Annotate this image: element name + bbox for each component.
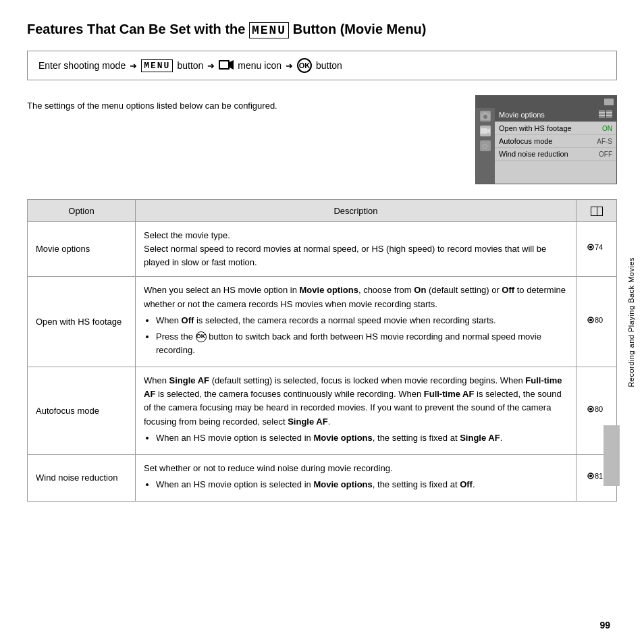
camera-menu-item-3: Wind noise reduction OFF <box>495 148 616 161</box>
breadcrumb-movie-icon <box>219 59 234 73</box>
breadcrumb-text1: Enter shooting mode <box>38 60 126 71</box>
svg-rect-9 <box>599 110 605 118</box>
breadcrumb-text4: menu icon <box>238 60 281 71</box>
desc-cell-autofocus: When Single AF (default setting) is sele… <box>136 367 576 455</box>
table-row-hs-footage: Open with HS footage When you select an … <box>28 277 617 367</box>
svg-rect-6 <box>481 128 487 134</box>
table-header-ref <box>576 200 617 222</box>
camera-ui-screenshot: ✿ Movie options <box>475 95 617 184</box>
camera-menu-label-2: Autofocus mode <box>499 137 553 145</box>
camera-menu-label-3: Wind noise reduction <box>499 150 568 158</box>
sidebar-icon-camera <box>480 111 491 122</box>
camera-menu-value-0 <box>599 110 612 119</box>
camera-menu-value-3: OFF <box>599 151 612 158</box>
svg-text:✿: ✿ <box>481 142 488 151</box>
svg-rect-10 <box>606 110 612 118</box>
breadcrumb-menu-word: MENU <box>141 59 173 72</box>
svg-point-25 <box>589 475 592 477</box>
option-cell-hs-footage: Open with HS footage <box>28 277 136 367</box>
svg-point-16 <box>589 246 592 248</box>
book-icon <box>591 207 603 216</box>
breadcrumb-arrow3: ➜ <box>286 61 293 71</box>
breadcrumb-bar: Enter shooting mode ➜ MENU button ➜ menu… <box>27 51 617 80</box>
sidebar-icon-movie <box>480 126 491 136</box>
table-row-movie-options: Movie options Select the movie type. Sel… <box>28 221 617 276</box>
camera-menu-value-1: ON <box>602 125 612 132</box>
table-row-wind-noise: Wind noise reduction Set whether or not … <box>28 454 617 501</box>
ref-cell-hs-footage: 80 <box>576 277 617 367</box>
option-cell-wind-noise: Wind noise reduction <box>28 454 136 501</box>
svg-text:81: 81 <box>595 472 603 480</box>
ref-icon-hs-footage: 80 <box>587 317 606 327</box>
option-cell-movie-options: Movie options <box>28 221 136 276</box>
svg-point-19 <box>589 319 592 321</box>
table-row-autofocus: Autofocus mode When Single AF (default s… <box>28 367 617 455</box>
camera-menu-label-0: Movie options <box>499 111 545 119</box>
menu-word: MENU <box>249 22 289 38</box>
camera-ui-content: Movie options <box>495 108 616 184</box>
breadcrumb-arrow2: ➜ <box>207 61 215 71</box>
breadcrumb-text3: button <box>177 60 203 71</box>
svg-text:74: 74 <box>595 243 603 251</box>
svg-marker-1 <box>230 60 234 70</box>
desc-cell-hs-footage: When you select an HS movie option in Mo… <box>136 277 576 367</box>
svg-text:80: 80 <box>595 405 603 413</box>
intro-text: The settings of the menu options listed … <box>27 95 455 113</box>
vertical-side-label: Recording and Playing Back Movies <box>627 257 635 387</box>
camera-menu-label-1: Open with HS footage <box>499 124 572 132</box>
desc-cell-wind-noise: Set whether or not to reduce wind noise … <box>136 454 576 501</box>
svg-marker-7 <box>487 128 490 134</box>
camera-ui-sidebar: ✿ <box>476 108 495 184</box>
camera-ui-header <box>476 96 616 108</box>
page-title: Features That Can Be Set with the MENU B… <box>27 20 617 38</box>
intro-section: The settings of the menu options listed … <box>27 95 617 184</box>
page-container: Features That Can Be Set with the MENU B… <box>0 0 644 644</box>
camera-menu-item-0: Movie options <box>495 108 616 122</box>
ref-icon-movie-options: 74 <box>587 244 606 254</box>
table-header-description: Description <box>136 200 576 222</box>
page-number: 99 <box>599 620 610 630</box>
svg-rect-2 <box>220 61 228 68</box>
svg-rect-5 <box>483 112 487 114</box>
svg-point-4 <box>483 115 487 119</box>
svg-text:80: 80 <box>595 316 603 324</box>
svg-point-22 <box>589 408 592 410</box>
ref-cell-movie-options: 74 <box>576 221 617 276</box>
camera-ui-body: ✿ Movie options <box>476 108 616 184</box>
table-header-option: Option <box>28 200 136 222</box>
camera-ui-header-icon <box>604 99 614 105</box>
sidebar-icon-settings: ✿ <box>480 140 491 151</box>
option-cell-autofocus: Autofocus mode <box>28 367 136 455</box>
ref-icon-autofocus: 80 <box>587 406 606 416</box>
camera-menu-value-2: AF-S <box>597 138 612 145</box>
main-table: Option Description Movie options Select … <box>27 199 617 502</box>
desc-cell-movie-options: Select the movie type. Select normal spe… <box>136 221 576 276</box>
camera-menu-item-1: Open with HS footage ON <box>495 122 616 135</box>
breadcrumb-ok-circle: OK <box>297 58 312 73</box>
breadcrumb-text5: button <box>316 60 342 71</box>
breadcrumb-arrow1: ➜ <box>130 61 137 71</box>
title-part2: Button (Movie Menu) <box>289 22 426 36</box>
vertical-text-container: Recording and Playing Back Movies <box>618 0 644 644</box>
camera-menu-item-2: Autofocus mode AF-S <box>495 135 616 148</box>
title-part1: Features That Can Be Set with the <box>27 22 249 36</box>
gray-tab-block <box>603 425 620 486</box>
